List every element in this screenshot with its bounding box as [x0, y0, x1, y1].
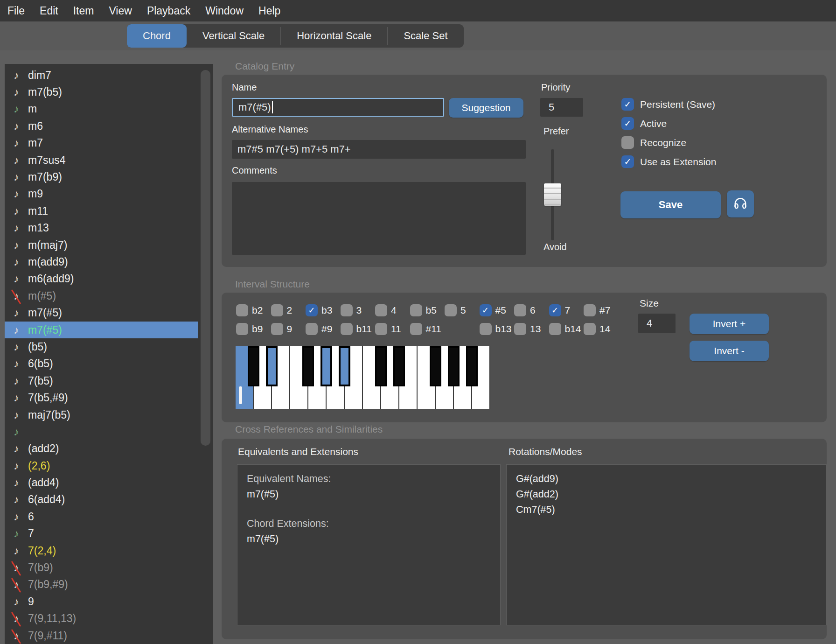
suggestion-button[interactable]: Suggestion: [449, 98, 523, 118]
catalog-entry-title: Catalog Entry: [235, 61, 294, 72]
list-item[interactable]: ♪m13: [5, 220, 213, 237]
interval-checkbox[interactable]: [514, 323, 526, 335]
list-item[interactable]: ♪maj7(b5): [5, 406, 213, 423]
list-item[interactable]: ♪m(maj7): [5, 237, 213, 253]
list-item[interactable]: ♪m7(#5): [5, 304, 213, 321]
list-item[interactable]: ♪m7(#5): [5, 322, 198, 338]
list-item-label: m6: [28, 120, 43, 133]
tab-scale-set[interactable]: Scale Set: [388, 24, 463, 48]
interval-checkbox[interactable]: [236, 323, 248, 335]
list-item[interactable]: ♪7(b5,#9): [5, 389, 213, 406]
interval-checkbox[interactable]: [375, 304, 387, 316]
interval-checkbox[interactable]: [445, 304, 457, 316]
menu-item-edit[interactable]: Edit: [40, 5, 58, 17]
list-item-label: (add2): [28, 442, 59, 455]
rotation-item[interactable]: Cm7(#5): [516, 502, 817, 518]
list-item[interactable]: ♪7(b9): [5, 559, 213, 576]
list-item[interactable]: ♪m7sus4: [5, 152, 213, 168]
list-item[interactable]: ♪m(#5): [5, 287, 213, 304]
list-item[interactable]: ♪: [5, 423, 213, 440]
list-item[interactable]: ♪m(add9): [5, 253, 213, 270]
interval-checkbox[interactable]: [549, 323, 561, 335]
list-item[interactable]: ♪dim7: [5, 67, 213, 84]
list-item[interactable]: ♪m6(add9): [5, 271, 213, 287]
list-item[interactable]: ♪(b5): [5, 338, 213, 355]
interval-checkbox[interactable]: [306, 323, 318, 335]
interval-checkbox[interactable]: [375, 323, 387, 335]
checkbox[interactable]: ✓: [621, 117, 634, 130]
menu-item-view[interactable]: View: [109, 5, 132, 17]
interval-checkbox[interactable]: [584, 304, 596, 316]
list-item[interactable]: ♪m: [5, 101, 213, 118]
interval-checkbox[interactable]: [271, 323, 283, 335]
interval-checkbox[interactable]: [341, 323, 353, 335]
menu-item-window[interactable]: Window: [205, 5, 244, 17]
piano-key-gs4[interactable]: [320, 346, 332, 386]
list-item[interactable]: ♪6: [5, 508, 213, 525]
interval-checkbox[interactable]: ✓: [549, 304, 561, 316]
interval-checkbox[interactable]: ✓: [480, 304, 492, 316]
checkbox[interactable]: ✓: [621, 155, 634, 168]
list-item[interactable]: ♪m6: [5, 118, 213, 134]
menu-item-playback[interactable]: Playback: [147, 5, 190, 17]
interval-checkbox[interactable]: [480, 323, 492, 335]
list-item[interactable]: ♪7: [5, 525, 213, 542]
invert-plus-button[interactable]: Invert +: [690, 314, 769, 334]
checkbox[interactable]: ✓: [621, 98, 634, 111]
interval-checkbox[interactable]: [514, 304, 526, 316]
list-item-label: m7sus4: [28, 154, 66, 167]
priority-input[interactable]: 5: [540, 98, 583, 117]
rotation-item[interactable]: G#(add2): [516, 487, 817, 502]
invert-minus-button[interactable]: Invert -: [690, 341, 769, 361]
piano-key-gs5[interactable]: [448, 346, 460, 386]
list-item[interactable]: ♪m7(b9): [5, 168, 213, 185]
alternative-names-input[interactable]: m7#5 m7(+5) m7+5 m7+: [232, 140, 526, 159]
piano-key-ds5[interactable]: [393, 346, 405, 386]
prefer-avoid-slider-thumb[interactable]: [544, 183, 561, 206]
preview-sound-button[interactable]: [727, 190, 754, 217]
interval-checkbox[interactable]: [584, 323, 596, 335]
interval-checkbox[interactable]: [236, 304, 248, 316]
tab-horizontal-scale[interactable]: Horizontal Scale: [281, 24, 387, 48]
tab-chord[interactable]: Chord: [127, 24, 187, 48]
interval-checkbox[interactable]: [410, 304, 422, 316]
list-item[interactable]: ♪7(9,11,13): [5, 610, 213, 627]
list-item[interactable]: ♪7(b9,#9): [5, 576, 213, 593]
menu-item-help[interactable]: Help: [258, 5, 280, 17]
piano-key-as5[interactable]: [466, 346, 478, 386]
piano-key-cs5[interactable]: [375, 346, 387, 386]
list-item[interactable]: ♪9: [5, 593, 213, 610]
chord-list-scrollbar[interactable]: [201, 70, 210, 446]
save-button[interactable]: Save: [620, 191, 721, 218]
list-item[interactable]: ♪m7: [5, 135, 213, 152]
list-item[interactable]: ♪7(b5): [5, 372, 213, 389]
menu-item-item[interactable]: Item: [73, 5, 94, 17]
list-item[interactable]: ♪(2,6): [5, 457, 213, 474]
list-item[interactable]: ♪7(9,#11): [5, 627, 213, 644]
list-item[interactable]: ♪m7(b5): [5, 84, 213, 100]
interval-checkbox[interactable]: [271, 304, 283, 316]
list-item[interactable]: ♪7(2,4): [5, 542, 213, 559]
list-item[interactable]: ♪m11: [5, 203, 213, 219]
menu-item-file[interactable]: File: [7, 5, 25, 17]
piano-key-fs5[interactable]: [430, 346, 441, 386]
piano-key-as4[interactable]: [339, 346, 350, 386]
interval-checkbox[interactable]: [410, 323, 422, 335]
list-item[interactable]: ♪(add4): [5, 474, 213, 491]
list-item[interactable]: ♪(add2): [5, 441, 213, 457]
comments-textarea[interactable]: [232, 182, 526, 255]
piano-key-fs4[interactable]: [302, 346, 314, 386]
list-item[interactable]: ♪6(b5): [5, 356, 213, 372]
list-item[interactable]: ♪m9: [5, 186, 213, 203]
list-item[interactable]: ♪6(add4): [5, 491, 213, 508]
piano-key-ds4[interactable]: [266, 346, 278, 386]
piano-key-cs4[interactable]: [248, 346, 259, 386]
interval-checkbox[interactable]: ✓: [306, 304, 318, 316]
rotation-item[interactable]: G#(add9): [516, 471, 817, 487]
checkbox[interactable]: [621, 136, 634, 149]
interval-checkbox[interactable]: [341, 304, 353, 316]
tab-vertical-scale[interactable]: Vertical Scale: [187, 24, 280, 48]
name-input[interactable]: m7(#5): [232, 98, 444, 117]
alternative-names-value: m7#5 m7(+5) m7+5 m7+: [237, 143, 351, 155]
size-input[interactable]: 4: [638, 314, 676, 333]
